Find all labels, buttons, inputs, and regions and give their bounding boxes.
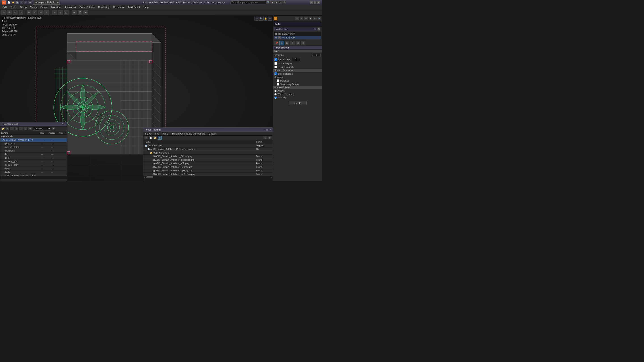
modify-tab-icon[interactable]: ⚙ bbox=[300, 16, 304, 20]
asset-scroll-thumb[interactable] bbox=[146, 176, 153, 178]
layer-freeze-value[interactable]: — bbox=[47, 153, 57, 156]
menu-item-edit[interactable]: Edit bbox=[1, 5, 9, 9]
workspace-dropdown[interactable]: Workspace: Default bbox=[33, 0, 60, 5]
pan-icon[interactable]: ✋ bbox=[264, 16, 268, 20]
materials-checkbox[interactable] bbox=[276, 79, 279, 82]
asset-menu-options[interactable]: Options bbox=[207, 132, 218, 135]
layer-expand-arrow[interactable]: ▾ bbox=[1, 139, 2, 141]
asset-row[interactable]: 🖼 ASIC_Bitmain_AntMiner_Normal.pngFound bbox=[143, 165, 272, 169]
asset-scroll-right-icon[interactable]: ▶ bbox=[270, 176, 272, 178]
layer-hide-value[interactable]: — bbox=[37, 153, 47, 156]
layer-hide-value[interactable]: — bbox=[37, 175, 47, 176]
layer-hide-value[interactable]: — bbox=[37, 171, 47, 173]
asset-panel-maximize-icon[interactable]: □ bbox=[266, 128, 268, 131]
save-icon[interactable]: 💾 bbox=[15, 0, 19, 4]
layer-hide-value[interactable]: — bbox=[37, 164, 47, 166]
display-tab-icon[interactable]: 👁 bbox=[313, 16, 317, 20]
layers-refresh-icon[interactable]: ↻ bbox=[52, 127, 56, 130]
asset-row[interactable]: 🖼 ASIC_Bitmain_AntMiner_Opacity.pngFound bbox=[143, 169, 272, 173]
spinner-snap-icon[interactable]: ↕ bbox=[44, 10, 49, 15]
asset-row[interactable]: 🖼 ASIC_Bitmain_AntMiner_Diffuse.pngFound bbox=[143, 155, 272, 158]
maximize-button[interactable]: □ bbox=[314, 1, 317, 4]
asset-row[interactable]: 📁 Maps / Shaders bbox=[143, 151, 272, 155]
layer-item[interactable]: ▾ ASIC_Bitmain_AntMiner_T17e—— bbox=[0, 138, 67, 142]
transform-btn-4[interactable]: ⊡ bbox=[296, 41, 300, 45]
menu-item-views[interactable]: Views bbox=[28, 5, 38, 9]
layer-item[interactable]: ▸ internal_details—— bbox=[0, 145, 67, 149]
layer-freeze-value[interactable]: — bbox=[47, 168, 57, 170]
layers-option3-icon[interactable]: ⚙ bbox=[28, 127, 32, 130]
close-button[interactable]: ✕ bbox=[317, 1, 320, 4]
asset-panel-minimize-icon[interactable]: ─ bbox=[263, 128, 264, 131]
layer-hide-value[interactable]: — bbox=[37, 139, 47, 141]
material-editor-icon[interactable]: ◈ bbox=[72, 10, 77, 15]
angle-snap-icon[interactable]: ∠ bbox=[32, 10, 38, 15]
layer-freeze-value[interactable]: — bbox=[47, 150, 57, 152]
search-help-icon[interactable]: ? bbox=[283, 0, 286, 4]
render-icon[interactable]: ▶ bbox=[83, 10, 88, 15]
rotate-icon[interactable]: ↻ bbox=[12, 10, 18, 15]
layers-add-icon[interactable]: + bbox=[10, 127, 14, 130]
layer-hide-value[interactable]: — bbox=[37, 143, 47, 145]
layer-hide-value[interactable]: — bbox=[37, 160, 47, 163]
menu-item-customize[interactable]: Customize bbox=[111, 5, 126, 9]
search-input[interactable] bbox=[230, 0, 266, 4]
layers-option1-icon[interactable]: ↑ bbox=[19, 127, 23, 130]
layers-option2-icon[interactable]: ↓ bbox=[24, 127, 28, 130]
asset-vault-icon[interactable]: V bbox=[144, 136, 148, 140]
layers-new-icon[interactable]: 📁 bbox=[1, 127, 5, 130]
layer-item[interactable]: ▸ plug_body—— bbox=[0, 142, 67, 145]
asset-row[interactable]: 🏦 Autodesk VaultLogged bbox=[143, 144, 272, 147]
search-option2-icon[interactable]: ▶ bbox=[274, 0, 278, 4]
layer-freeze-value[interactable]: — bbox=[47, 146, 57, 148]
iterations-input[interactable] bbox=[312, 53, 321, 57]
layer-item[interactable]: ▸ coolers_grid—— bbox=[0, 160, 67, 163]
isoline-checkbox[interactable] bbox=[274, 62, 277, 65]
menu-item-tools[interactable]: Tools bbox=[9, 5, 18, 9]
layer-freeze-value[interactable]: — bbox=[47, 160, 57, 163]
layers-delete-icon[interactable]: ✕ bbox=[6, 127, 10, 130]
asset-menu-server[interactable]: Server bbox=[143, 132, 154, 135]
asset-scroll-left-icon[interactable]: ◀ bbox=[143, 176, 146, 178]
layer-item[interactable]: ▸ bolts—— bbox=[0, 167, 67, 170]
render-setup-icon[interactable]: 🎬 bbox=[77, 10, 83, 15]
redo-icon[interactable]: ↪ bbox=[24, 0, 28, 4]
zoom-extents-icon[interactable]: ⊡ bbox=[254, 16, 258, 20]
snap-icon[interactable]: ⊞ bbox=[26, 10, 32, 15]
layers-select-icon[interactable]: ⊞ bbox=[14, 127, 18, 130]
asset-menu-file[interactable]: File bbox=[154, 132, 160, 135]
layer-item[interactable]: ▸ fan—— bbox=[0, 153, 67, 156]
layer-freeze-value[interactable]: — bbox=[47, 157, 57, 159]
layers-scrollbar[interactable] bbox=[0, 176, 67, 179]
percent-snap-icon[interactable]: % bbox=[38, 10, 44, 15]
layers-help-icon[interactable]: ? bbox=[62, 123, 63, 125]
minimize-button[interactable]: ─ bbox=[310, 1, 313, 4]
asset-settings-icon[interactable]: ⚙ bbox=[268, 136, 272, 140]
layer-freeze-value[interactable]: — bbox=[47, 139, 57, 141]
undo-icon[interactable]: ↩ bbox=[20, 0, 24, 4]
hierarchy-tab-icon[interactable]: ⊕ bbox=[304, 16, 308, 20]
settings-icon[interactable]: ⚙ bbox=[28, 0, 32, 4]
transform-btn-1[interactable]: ⊞ bbox=[279, 41, 284, 45]
menu-item-rendering[interactable]: Rendering bbox=[96, 5, 111, 9]
menu-item-help[interactable]: Help bbox=[142, 5, 150, 9]
asset-folder-icon[interactable]: 📁 bbox=[153, 136, 157, 140]
asset-scroll-track[interactable] bbox=[146, 176, 270, 178]
asset-scrollbar[interactable]: ◀ ▶ bbox=[143, 176, 272, 178]
layer-hide-value[interactable]: — bbox=[37, 150, 47, 152]
layer-hide-value[interactable]: — bbox=[37, 168, 47, 170]
open-file-icon[interactable]: 📂 bbox=[11, 0, 15, 4]
mirror-icon[interactable]: ⇔ bbox=[52, 10, 57, 15]
orbit-icon[interactable]: ↻ bbox=[268, 16, 272, 20]
search-option1-icon[interactable]: ◀ bbox=[270, 0, 274, 4]
asset-row[interactable]: 🖼 ASIC_Bitmain_AntMiner_Reflection.pngFo… bbox=[143, 173, 272, 176]
layer-hide-value[interactable]: — bbox=[37, 157, 47, 159]
transform-btn-3[interactable]: ⊠ bbox=[290, 41, 295, 45]
layer-item[interactable]: ▸ indicators—— bbox=[0, 149, 67, 153]
manually-radio[interactable] bbox=[274, 96, 276, 99]
scale-icon[interactable]: ⤡ bbox=[18, 10, 24, 15]
render-iters-checkbox[interactable] bbox=[274, 58, 277, 61]
pin-icon[interactable]: 📌 bbox=[274, 41, 279, 45]
transform-btn-2[interactable]: ⊟ bbox=[285, 41, 290, 45]
render-iters-input[interactable] bbox=[292, 58, 300, 61]
